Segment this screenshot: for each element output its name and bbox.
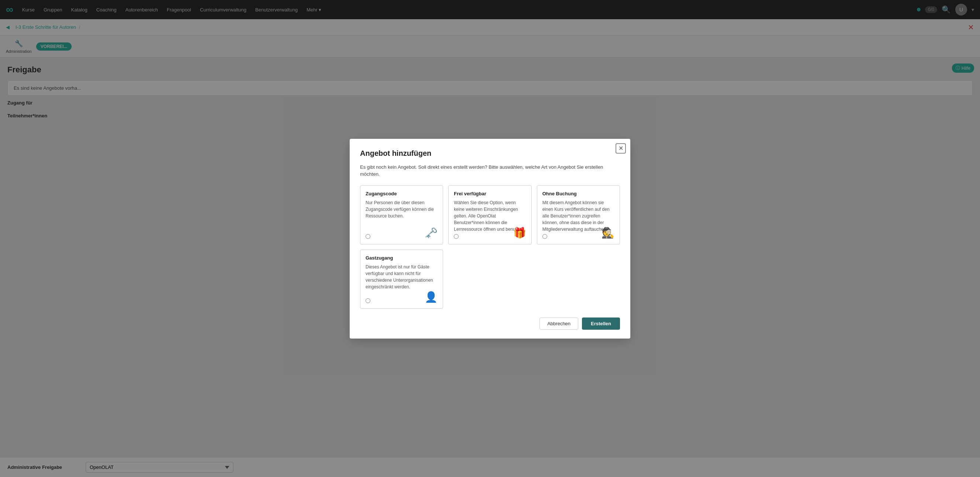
cancel-button[interactable]: Abbrechen <box>539 318 578 330</box>
option-gast[interactable]: Gastzugang Dieses Angebot ist nur für Gä… <box>360 250 443 308</box>
option-gast-title: Gastzugang <box>366 255 438 261</box>
option-ohne-title: Ohne Buchung <box>542 191 614 196</box>
modal-footer: Abbrechen Erstellen <box>360 318 620 330</box>
key-icon: 🗝️ <box>425 227 438 239</box>
modal-description: Es gibt noch kein Angebot. Soll direkt e… <box>360 164 620 178</box>
option-zugangscode[interactable]: Zugangscode Nur Personen die über diesen… <box>360 185 443 245</box>
option-ohne[interactable]: Ohne Buchung Mit diesem Angebot können s… <box>537 185 620 245</box>
close-icon: ✕ <box>619 145 623 152</box>
modal-options-row2: Gastzugang Dieses Angebot ist nur für Gä… <box>360 250 620 308</box>
option-gast-radio[interactable] <box>366 298 371 303</box>
option-frei-title: Frei verfügbar <box>454 191 526 196</box>
modal-overlay: ✕ Angebot hinzufügen Es gibt noch kein A… <box>0 0 980 477</box>
modal-options-row1: Zugangscode Nur Personen die über diesen… <box>360 185 620 245</box>
user-circle-icon: 👤 <box>425 291 438 303</box>
create-button[interactable]: Erstellen <box>582 318 620 330</box>
modal-title: Angebot hinzufügen <box>360 149 620 157</box>
gift-icon: 🎁 <box>513 227 526 239</box>
modal: ✕ Angebot hinzufügen Es gibt noch kein A… <box>350 139 630 339</box>
spy-icon: 🕵️ <box>601 227 614 239</box>
option-frei[interactable]: Frei verfügbar Wählen Sie diese Option, … <box>448 185 531 245</box>
modal-close-button[interactable]: ✕ <box>616 143 626 154</box>
option-zugangscode-title: Zugangscode <box>366 191 438 196</box>
option-zugangscode-radio[interactable] <box>366 234 371 239</box>
option-frei-radio[interactable] <box>454 234 458 239</box>
option-ohne-radio[interactable] <box>542 234 547 239</box>
